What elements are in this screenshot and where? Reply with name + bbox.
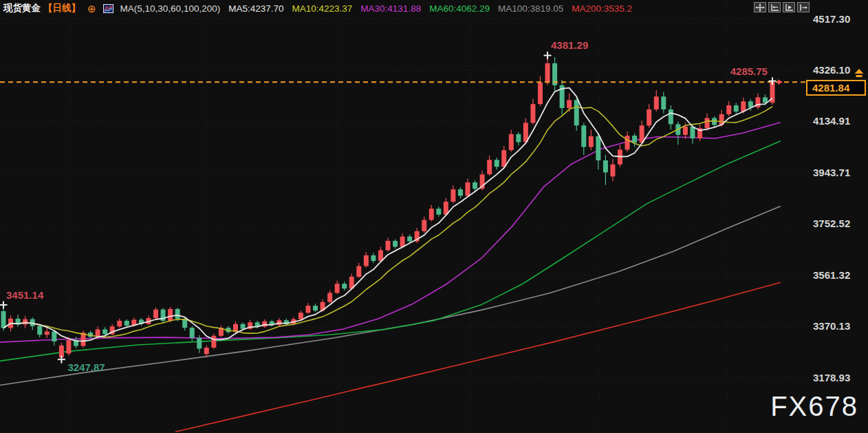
candle-body [241,324,246,329]
candle-body [117,321,122,326]
watermark: FX678 [770,391,858,422]
y-axis-label: 4517.30 [813,13,850,25]
timeframe-label: 【日线】 [43,2,80,14]
candle-body [574,100,579,125]
candle-body [436,209,441,215]
legend-ma5: MA5:4237.70 [228,3,283,14]
candle-body [313,306,318,310]
step-forward-button[interactable] [797,2,810,12]
candle-body [625,136,630,149]
candle-body [610,165,615,177]
candle-body [407,237,412,242]
candle-body [581,125,586,147]
candle-body [683,127,688,135]
last-price-label: 4281.84 [806,80,866,96]
y-axis-label: 3178.93 [813,372,850,383]
ma-line-ma30 [0,123,781,342]
candle-body [102,329,107,334]
price-annotation: 3247.87 [67,361,105,373]
candlestick-chart[interactable]: 4381.294285.753451.143247.87 [0,0,868,433]
candle-body [52,332,56,341]
ma-legend: MA(5,10,30,60,100,200) MA5:4237.70MA10:4… [120,3,633,14]
candle-body [400,237,405,247]
ma-legend-values: MA5:4237.70MA10:4223.37MA30:4131.88MA60:… [228,3,632,14]
add-indicator-icon[interactable]: ⊕ [87,3,96,14]
candle-body [124,321,129,326]
ma-line-ma5 [3,88,772,341]
candle-body [654,96,659,109]
price-annotation: 3451.14 [6,289,44,301]
candle-body [516,134,521,142]
candle-body [305,306,310,313]
price-up-arrow-icon [854,69,865,81]
chart-toolbar [754,2,810,12]
ma-line-ma60 [0,141,781,361]
pan-tool-button[interactable] [754,2,766,12]
candle-body [596,136,600,160]
candle-body [734,105,739,112]
candle-body [364,255,369,266]
y-axis-label: 4326.10 [813,64,850,76]
legend-ma60: MA60:4062.29 [429,3,490,14]
ma-legend-prefix: MA(5,10,30,60,100,200) [120,3,221,14]
ma-line-ma10 [3,107,772,337]
chart-window: 4381.294285.753451.143247.87 现货黄金 【日线】 ⊕… [0,0,868,433]
candle-body [211,336,216,348]
chart-header: 现货黄金 【日线】 ⊕ MA(5,10,30,60,100,200) MA5:4… [3,2,632,14]
candle-body [299,313,303,319]
candle-body [153,310,158,318]
candle-body [356,266,361,277]
candle-body [690,127,695,138]
legend-ma100: MA100:3819.05 [498,3,563,14]
chart-type-icon[interactable] [103,4,113,13]
candle-body [37,326,42,335]
candle-body [335,284,340,293]
candle-body [530,104,535,123]
candle-body [647,109,651,125]
legend-ma30: MA30:4131.88 [360,3,421,14]
candle-body [393,241,398,247]
candle-body [422,220,426,231]
candle-body [327,293,332,302]
legend-ma200: MA200:3535.2 [572,3,632,14]
step-forward-icon [799,3,808,12]
candle-body [669,109,673,124]
candle-body [1,311,6,328]
instrument-name: 现货黄金 [3,2,41,14]
axis-zoom-in-button[interactable] [783,2,795,12]
candle-body [385,241,390,251]
candle-body [204,348,209,354]
legend-ma10: MA10:4223.37 [292,3,353,14]
candle-body [23,319,28,325]
pan-icon [755,3,765,12]
y-axis-label: 3370.13 [813,320,850,332]
price-annotation: 4381.29 [551,39,588,51]
candle-body [168,309,173,321]
candle-body [429,209,434,220]
candle-body [190,328,195,338]
axis-zoom-in-icon [784,3,794,12]
axis-zoom-out-icon [770,3,779,12]
candle-body [603,160,608,173]
candle-body [342,284,347,288]
candle-body [451,189,455,202]
candle-body [197,338,202,349]
candle-body [371,255,376,261]
y-axis-label: 4134.91 [813,115,850,127]
axis-zoom-out-button[interactable] [768,2,781,12]
candle-body [632,136,637,142]
candle-body [466,182,470,196]
y-axis-label: 3561.32 [813,269,850,281]
candle-body [473,182,477,189]
candle-body [509,134,514,150]
candle-body [589,136,594,147]
latest-price-marker [778,79,783,85]
candle-body [66,340,71,353]
y-axis-label: 3943.71 [813,167,850,178]
candle-body [45,332,50,335]
candle-body [545,63,550,83]
last-price-value: 4281.84 [812,82,849,94]
candle-body [538,83,543,104]
candle-body [175,309,180,319]
y-axis-label: 3752.52 [813,218,850,229]
